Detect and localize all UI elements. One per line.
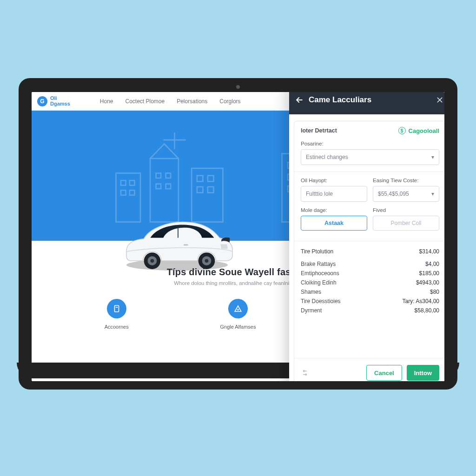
panel-form: loter Detrtact $ Cagooloall Posarine: Es… <box>294 121 444 358</box>
svg-marker-34 <box>235 306 241 311</box>
brand-logo-icon: G <box>37 96 47 106</box>
svg-rect-9 <box>166 184 171 189</box>
line-item: Brake Rattays$4,00 <box>301 259 439 269</box>
screen: G OliDgamss Hone Coctect Plomoe Pelorsat… <box>32 92 444 381</box>
svg-rect-6 <box>156 173 161 178</box>
line-item: Dyrment$58,80,00 <box>301 306 439 315</box>
line-item: Tire DoesstioiesTary: As304,00 <box>301 297 439 306</box>
panel-footer: Cancel Inttow <box>294 358 444 381</box>
field-label: Posarine: <box>301 141 439 146</box>
divider <box>294 241 444 241</box>
section-title: loter Detrtact <box>301 127 337 134</box>
svg-rect-2 <box>130 180 135 185</box>
select-posarine[interactable]: Estinecl changes ▾ <box>301 149 439 165</box>
close-icon <box>436 96 443 104</box>
close-button[interactable] <box>436 96 443 104</box>
field-posarine: Posarine: Estinecl changes ▾ <box>301 141 439 165</box>
astaak-button[interactable]: Astaak <box>301 216 367 231</box>
field-easing-cost: Easing Tiew Coste: $55,4$5,095 ▾ <box>373 178 439 202</box>
svg-rect-8 <box>156 184 161 189</box>
field-oil-hayopt: Oil Hayopt: Fultttio lole <box>301 178 367 202</box>
nav-solutions[interactable]: Pelorsations <box>177 98 207 105</box>
field-mole-dage: Mole dage: Astaak <box>301 207 367 231</box>
input-oil-hayopt[interactable]: Fultttio lole <box>301 186 367 202</box>
nav-home[interactable]: Hone <box>100 98 113 105</box>
swap-icon <box>301 369 309 377</box>
nav-contact[interactable]: Coctect Plomoe <box>125 98 165 105</box>
svg-rect-7 <box>166 173 171 178</box>
panel-card: loter Detrtact $ Cagooloall Posarine: Es… <box>294 121 444 381</box>
brand[interactable]: G OliDgamss <box>37 96 76 106</box>
divider <box>294 172 444 172</box>
dollar-circle-icon: $ <box>398 127 406 134</box>
svg-rect-12 <box>208 176 214 182</box>
back-button[interactable] <box>295 95 304 105</box>
svg-rect-14 <box>208 187 214 193</box>
secondary-action[interactable]: $ Cagooloall <box>398 127 439 134</box>
line-item: Shames$80 <box>301 287 439 297</box>
cancel-button[interactable]: Cancel <box>366 365 402 381</box>
svg-rect-11 <box>197 176 203 182</box>
panel-title: Came Lacculiars <box>309 95 431 105</box>
nav-categories[interactable]: Corglors <box>219 98 240 105</box>
triangle-icon <box>228 299 248 318</box>
tile-label: Accoornes <box>105 324 129 330</box>
field-label: Oil Hayopt: <box>301 178 367 183</box>
svg-rect-1 <box>121 180 126 185</box>
svg-rect-13 <box>197 187 203 193</box>
line-item: Emtiphoceoons$185,00 <box>301 269 439 278</box>
brand-name: OliDgamss <box>50 96 70 106</box>
arrow-left-icon <box>295 95 304 105</box>
svg-rect-32 <box>114 305 119 312</box>
tile-2[interactable]: Gngle Alfamses <box>210 299 266 330</box>
input-fived[interactable]: Pomber Coll <box>373 216 439 231</box>
side-panel: Came Lacculiars loter Detrtact $ Cagoolo… <box>289 92 444 381</box>
select-easing-cost[interactable]: $55,4$5,095 ▾ <box>373 186 439 202</box>
document-icon <box>107 299 126 318</box>
field-label: Mole dage: <box>301 207 367 213</box>
field-label: Easing Tiew Coste: <box>373 178 439 183</box>
line-item: Tire Ptolution$314,00 <box>301 247 439 259</box>
panel-header: Came Lacculiars <box>289 92 444 114</box>
top-nav: Hone Coctect Plomoe Pelorsations Corglor… <box>100 98 241 105</box>
chevron-down-icon: ▾ <box>431 154 434 160</box>
svg-rect-4 <box>130 190 135 195</box>
footer-hint <box>301 369 362 377</box>
svg-rect-3 <box>121 190 126 195</box>
tile-label: Gngle Alfamses <box>220 324 256 330</box>
tile-1[interactable]: Accoornes <box>89 299 145 330</box>
svg-point-35 <box>238 309 238 310</box>
chevron-down-icon: ▾ <box>431 191 434 197</box>
line-items: Tire Ptolution$314,00 Brake Rattays$4,00… <box>301 247 439 315</box>
field-label: Fived <box>373 207 439 213</box>
line-item: Cloiking Edinh$4943,00 <box>301 278 439 287</box>
submit-button[interactable]: Inttow <box>407 365 439 381</box>
field-fived: Fived Pomber Coll <box>373 207 439 231</box>
laptop-frame: G OliDgamss Hone Coctect Plomoe Pelorsat… <box>19 78 457 390</box>
